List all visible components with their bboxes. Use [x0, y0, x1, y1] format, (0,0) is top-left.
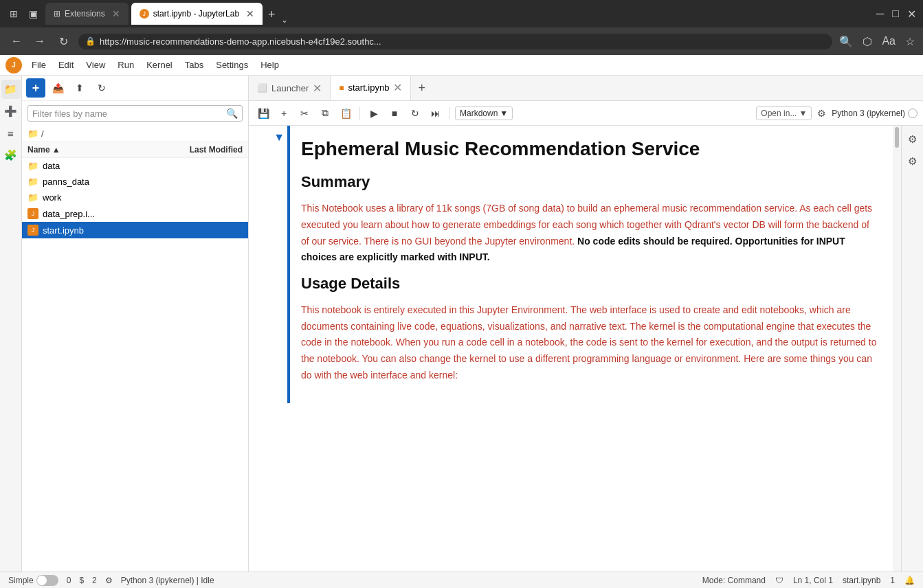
file-item-panns[interactable]: 📁 panns_data — [22, 174, 248, 190]
file-item-dataprep[interactable]: J data_prep.i... — [22, 205, 248, 222]
notebook-icon-start: J — [27, 225, 38, 236]
notebook-icon-dataprep: J — [27, 208, 38, 219]
stop-button[interactable]: ■ — [386, 104, 403, 122]
back-button[interactable]: ← — [8, 35, 25, 47]
notebook-content[interactable]: ▼ Ephemeral Music Recommendation Service… — [249, 126, 893, 572]
reload-button[interactable]: ↻ — [55, 35, 71, 48]
status-zero: 0 — [67, 576, 71, 585]
file-item-start[interactable]: J start.ipynb — [22, 222, 248, 238]
browser-tab-extensions[interactable]: ⊞ Extensions ✕ — [45, 3, 129, 25]
run-button[interactable]: ▶ — [365, 104, 383, 122]
cell-type-dropdown[interactable]: Markdown ▼ — [455, 106, 513, 120]
right-sidebar: ⚙ ⚙ — [901, 126, 923, 572]
settings-gear-button[interactable]: ⚙ — [817, 108, 826, 119]
maximize-button[interactable]: □ — [892, 8, 899, 20]
file-list-header: Name ▲ Last Modified — [22, 142, 248, 158]
kernel-status-dot — [908, 109, 918, 118]
right-settings-icon[interactable]: ⚙ — [903, 130, 922, 149]
filter-search-icon: 🔍 — [226, 108, 238, 119]
address-box[interactable]: 🔒 https://music-recommendations-demo-app… — [78, 34, 832, 49]
browser-tab-extensions-close[interactable]: ✕ — [112, 8, 120, 19]
paste-button[interactable]: 📋 — [337, 104, 355, 122]
right-property-icon[interactable]: ⚙ — [903, 152, 922, 171]
shield-icon: 🛡 — [775, 576, 783, 585]
open-in-button[interactable]: Open in... ▼ — [756, 106, 812, 120]
jupyterlab-app: J File Edit View Run Kernel Tabs Setting… — [0, 55, 923, 588]
new-file-button[interactable]: + — [26, 78, 45, 98]
folder-icon: 📁 — [27, 128, 38, 139]
save-button[interactable]: 💾 — [254, 104, 272, 122]
toolbar-separator-1 — [359, 107, 360, 120]
forward-button[interactable]: → — [32, 35, 48, 47]
file-name-dataprep: data_prep.i... — [43, 209, 243, 219]
favorites-button[interactable]: ☆ — [905, 35, 915, 48]
notebook-tab-icon: ■ — [339, 83, 344, 93]
notification-count: 1 — [890, 576, 895, 585]
cell-collapse-button[interactable]: ▼ — [274, 131, 287, 144]
notebook-tab-close[interactable]: ✕ — [393, 81, 402, 94]
filter-input[interactable] — [32, 109, 223, 119]
lock-icon: 🔒 — [85, 36, 96, 46]
fast-forward-button[interactable]: ⏭ — [427, 104, 445, 122]
tabs-icon[interactable]: ▣ — [26, 7, 40, 21]
new-tab-button[interactable]: + — [265, 5, 278, 25]
launcher-tab-close[interactable]: ✕ — [313, 82, 322, 95]
cell-body: Ephemeral Music Recommendation Service S… — [290, 126, 893, 403]
profile-button[interactable]: ⬡ — [863, 35, 872, 48]
address-text: https://music-recommendations-demo-app.n… — [100, 36, 381, 47]
tab-dropdown-button[interactable]: ⌄ — [281, 15, 288, 25]
menu-tabs[interactable]: Tabs — [179, 58, 209, 72]
scroll-thumb — [895, 127, 899, 148]
refresh-button[interactable]: ↻ — [92, 78, 111, 98]
name-column-header[interactable]: Name ▲ — [27, 145, 160, 155]
extension-manager-button[interactable]: 🧩 — [1, 146, 21, 165]
search-button[interactable]: 🔍 — [839, 35, 853, 48]
jupyter-body: 📁 ➕ ≡ 🧩 + 📤 ⬆ ↻ 🔍 📁 / Name — [0, 76, 923, 572]
browser-chrome: ⊞ ▣ ⊞ Extensions ✕ J start.ipynb - Jupyt… — [0, 0, 923, 55]
cell-container-main: ▼ Ephemeral Music Recommendation Service… — [249, 126, 893, 403]
copy-button[interactable]: ⧉ — [316, 104, 334, 122]
breadcrumb: 📁 / — [22, 126, 248, 142]
menu-kernel[interactable]: Kernel — [141, 58, 178, 72]
notebook-tab-label: start.ipynb — [348, 82, 389, 93]
file-panel: + 📤 ⬆ ↻ 🔍 📁 / Name ▲ Last Modified — [22, 76, 249, 572]
status-gear-icon[interactable]: ⚙ — [105, 576, 113, 585]
running-sessions-button[interactable]: ≡ — [1, 124, 21, 143]
extensions-icon[interactable]: ⊞ — [7, 7, 21, 21]
new-launcher-button[interactable]: ➕ — [1, 102, 21, 121]
notebook-scrollbar[interactable] — [893, 126, 901, 572]
menu-edit[interactable]: Edit — [53, 58, 79, 72]
menu-view[interactable]: View — [80, 58, 111, 72]
menu-settings[interactable]: Settings — [210, 58, 254, 72]
kernel-status: Python 3 (ipykernel) | Idle — [121, 576, 214, 585]
cell-gutter: ▼ — [249, 126, 287, 144]
browser-tab-jupyter[interactable]: J start.ipynb - JupyterLab ✕ — [131, 3, 263, 25]
close-button[interactable]: ✕ — [907, 8, 916, 21]
browser-tab-jupyter-close[interactable]: ✕ — [246, 8, 254, 19]
file-item-data[interactable]: 📁 data — [22, 158, 248, 174]
cut-button[interactable]: ✂ — [296, 104, 313, 122]
upload-button[interactable]: 📤 — [48, 78, 67, 98]
file-item-work[interactable]: 📁 work — [22, 190, 248, 205]
folder-icon-data: 📁 — [27, 161, 38, 171]
open-in-label: Open in... — [761, 109, 797, 118]
minimize-button[interactable]: ─ — [876, 8, 884, 20]
breadcrumb-path: / — [41, 128, 44, 139]
bell-icon[interactable]: 🔔 — [904, 576, 915, 585]
filter-box[interactable]: 🔍 — [27, 105, 243, 122]
restart-button[interactable]: ↻ — [406, 104, 424, 122]
cell-type-chevron: ▼ — [500, 109, 508, 118]
read-mode-button[interactable]: Aa — [882, 35, 896, 48]
menu-run[interactable]: Run — [112, 58, 140, 72]
add-cell-button[interactable]: + — [275, 104, 293, 122]
upload2-button[interactable]: ⬆ — [70, 78, 89, 98]
modified-column-header[interactable]: Last Modified — [160, 145, 243, 155]
add-tab-button[interactable]: + — [411, 77, 432, 100]
simple-toggle[interactable]: Simple — [8, 575, 58, 586]
notebook-tab[interactable]: ■ start.ipynb ✕ — [331, 76, 411, 101]
menu-file[interactable]: File — [26, 58, 52, 72]
menu-help[interactable]: Help — [255, 58, 285, 72]
launcher-tab[interactable]: ⬜ Launcher ✕ — [249, 76, 331, 100]
files-sidebar-button[interactable]: 📁 — [1, 80, 21, 99]
simple-label: Simple — [8, 576, 34, 585]
